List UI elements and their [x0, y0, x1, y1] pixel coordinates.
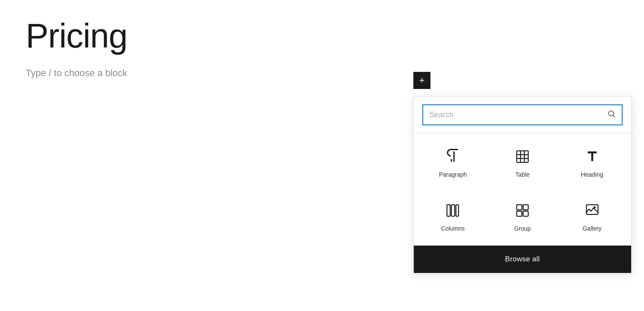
paragraph-icon [443, 147, 462, 166]
heading-icon [583, 147, 602, 166]
block-label-columns: Columns [441, 225, 465, 232]
svg-rect-8 [451, 205, 455, 216]
search-input-wrapper [422, 104, 623, 125]
svg-line-1 [613, 116, 615, 118]
block-item-paragraph[interactable]: Paragraph [418, 142, 488, 183]
block-label-gallery: Gallery [582, 225, 601, 232]
svg-rect-9 [456, 205, 459, 216]
page-title: Pricing [26, 17, 618, 55]
block-label-paragraph: Paragraph [439, 171, 467, 178]
svg-rect-7 [447, 205, 451, 216]
browse-all-button[interactable]: Browse all [414, 246, 631, 273]
page-hint: Type / to choose a block [26, 68, 618, 79]
gallery-icon [583, 201, 602, 220]
search-input[interactable] [429, 110, 607, 119]
svg-rect-12 [516, 211, 522, 216]
block-item-group[interactable]: Group [488, 196, 558, 237]
svg-rect-11 [523, 205, 528, 210]
blocks-grid: Paragraph Table Heading [414, 133, 631, 246]
svg-rect-10 [516, 205, 522, 210]
block-item-heading[interactable]: Heading [557, 142, 627, 183]
columns-icon [443, 201, 462, 220]
page-content: Pricing Type / to choose a block [0, 0, 644, 96]
block-item-columns[interactable]: Columns [418, 196, 488, 237]
block-picker: Paragraph Table Heading [413, 96, 632, 273]
block-label-heading: Heading [581, 171, 603, 178]
table-icon [513, 147, 532, 166]
svg-point-0 [608, 111, 614, 116]
block-item-table[interactable]: Table [488, 142, 558, 183]
search-icon [607, 110, 616, 120]
svg-rect-2 [516, 151, 528, 163]
svg-point-15 [594, 206, 596, 208]
svg-rect-13 [523, 211, 528, 216]
block-label-table: Table [515, 171, 529, 178]
block-item-gallery[interactable]: Gallery [557, 196, 627, 237]
add-block-button[interactable]: + [413, 72, 430, 89]
search-container [414, 97, 631, 133]
block-label-group: Group [514, 225, 531, 232]
group-icon [513, 201, 532, 220]
